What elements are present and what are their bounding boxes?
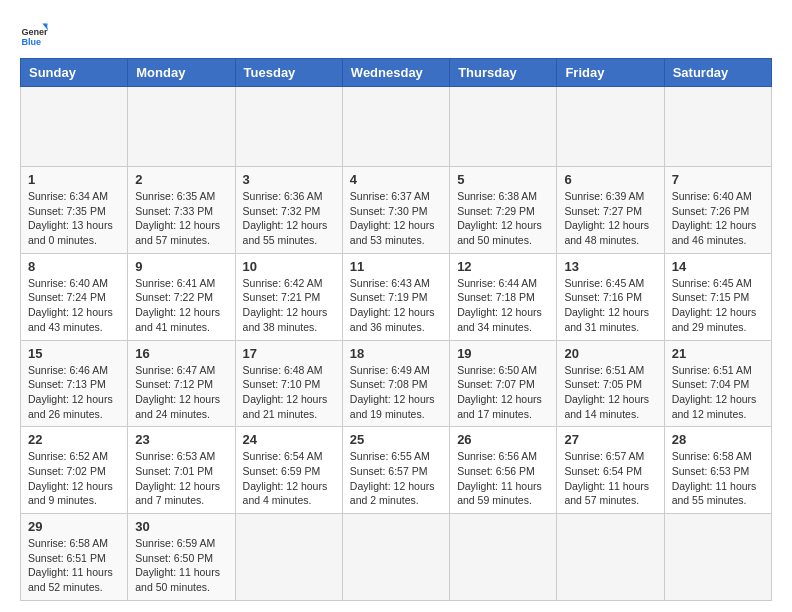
- page-header: General Blue: [20, 20, 772, 48]
- calendar-cell: 22Sunrise: 6:52 AMSunset: 7:02 PMDayligh…: [21, 427, 128, 514]
- day-info: Sunrise: 6:47 AMSunset: 7:12 PMDaylight:…: [135, 363, 227, 422]
- calendar-cell: 20Sunrise: 6:51 AMSunset: 7:05 PMDayligh…: [557, 340, 664, 427]
- day-info: Sunrise: 6:54 AMSunset: 6:59 PMDaylight:…: [243, 449, 335, 508]
- day-number: 28: [672, 432, 764, 447]
- day-info: Sunrise: 6:36 AMSunset: 7:32 PMDaylight:…: [243, 189, 335, 248]
- day-number: 24: [243, 432, 335, 447]
- day-number: 30: [135, 519, 227, 534]
- calendar-cell: 26Sunrise: 6:56 AMSunset: 6:56 PMDayligh…: [450, 427, 557, 514]
- calendar-cell: 10Sunrise: 6:42 AMSunset: 7:21 PMDayligh…: [235, 253, 342, 340]
- day-info: Sunrise: 6:45 AMSunset: 7:16 PMDaylight:…: [564, 276, 656, 335]
- day-info: Sunrise: 6:51 AMSunset: 7:04 PMDaylight:…: [672, 363, 764, 422]
- calendar-cell: 6Sunrise: 6:39 AMSunset: 7:27 PMDaylight…: [557, 167, 664, 254]
- day-number: 11: [350, 259, 442, 274]
- week-row-5: 29Sunrise: 6:58 AMSunset: 6:51 PMDayligh…: [21, 514, 772, 601]
- calendar-table: SundayMondayTuesdayWednesdayThursdayFrid…: [20, 58, 772, 601]
- calendar-cell: 3Sunrise: 6:36 AMSunset: 7:32 PMDaylight…: [235, 167, 342, 254]
- calendar-cell: 11Sunrise: 6:43 AMSunset: 7:19 PMDayligh…: [342, 253, 449, 340]
- calendar-cell: 4Sunrise: 6:37 AMSunset: 7:30 PMDaylight…: [342, 167, 449, 254]
- day-number: 6: [564, 172, 656, 187]
- calendar-cell: [664, 514, 771, 601]
- calendar-cell: [557, 514, 664, 601]
- logo: General Blue: [20, 20, 48, 48]
- calendar-cell: [342, 87, 449, 167]
- calendar-cell: 30Sunrise: 6:59 AMSunset: 6:50 PMDayligh…: [128, 514, 235, 601]
- day-number: 9: [135, 259, 227, 274]
- weekday-header-tuesday: Tuesday: [235, 59, 342, 87]
- day-number: 17: [243, 346, 335, 361]
- weekday-header-thursday: Thursday: [450, 59, 557, 87]
- calendar-cell: 12Sunrise: 6:44 AMSunset: 7:18 PMDayligh…: [450, 253, 557, 340]
- calendar-cell: 7Sunrise: 6:40 AMSunset: 7:26 PMDaylight…: [664, 167, 771, 254]
- day-number: 22: [28, 432, 120, 447]
- weekday-header-monday: Monday: [128, 59, 235, 87]
- calendar-cell: [664, 87, 771, 167]
- calendar-cell: [235, 514, 342, 601]
- calendar-cell: 5Sunrise: 6:38 AMSunset: 7:29 PMDaylight…: [450, 167, 557, 254]
- day-info: Sunrise: 6:55 AMSunset: 6:57 PMDaylight:…: [350, 449, 442, 508]
- day-number: 4: [350, 172, 442, 187]
- day-number: 15: [28, 346, 120, 361]
- day-number: 5: [457, 172, 549, 187]
- day-number: 7: [672, 172, 764, 187]
- day-info: Sunrise: 6:56 AMSunset: 6:56 PMDaylight:…: [457, 449, 549, 508]
- calendar-cell: 24Sunrise: 6:54 AMSunset: 6:59 PMDayligh…: [235, 427, 342, 514]
- day-number: 13: [564, 259, 656, 274]
- day-number: 14: [672, 259, 764, 274]
- day-info: Sunrise: 6:39 AMSunset: 7:27 PMDaylight:…: [564, 189, 656, 248]
- calendar-cell: [235, 87, 342, 167]
- day-number: 1: [28, 172, 120, 187]
- day-info: Sunrise: 6:49 AMSunset: 7:08 PMDaylight:…: [350, 363, 442, 422]
- week-row-3: 15Sunrise: 6:46 AMSunset: 7:13 PMDayligh…: [21, 340, 772, 427]
- day-info: Sunrise: 6:58 AMSunset: 6:53 PMDaylight:…: [672, 449, 764, 508]
- calendar-cell: 1Sunrise: 6:34 AMSunset: 7:35 PMDaylight…: [21, 167, 128, 254]
- weekday-header-row: SundayMondayTuesdayWednesdayThursdayFrid…: [21, 59, 772, 87]
- day-number: 2: [135, 172, 227, 187]
- day-info: Sunrise: 6:51 AMSunset: 7:05 PMDaylight:…: [564, 363, 656, 422]
- day-info: Sunrise: 6:45 AMSunset: 7:15 PMDaylight:…: [672, 276, 764, 335]
- week-row-1: 1Sunrise: 6:34 AMSunset: 7:35 PMDaylight…: [21, 167, 772, 254]
- calendar-cell: [128, 87, 235, 167]
- day-number: 18: [350, 346, 442, 361]
- calendar-cell: 14Sunrise: 6:45 AMSunset: 7:15 PMDayligh…: [664, 253, 771, 340]
- calendar-cell: [557, 87, 664, 167]
- calendar-cell: 21Sunrise: 6:51 AMSunset: 7:04 PMDayligh…: [664, 340, 771, 427]
- calendar-cell: 2Sunrise: 6:35 AMSunset: 7:33 PMDaylight…: [128, 167, 235, 254]
- weekday-header-friday: Friday: [557, 59, 664, 87]
- week-row-2: 8Sunrise: 6:40 AMSunset: 7:24 PMDaylight…: [21, 253, 772, 340]
- day-info: Sunrise: 6:34 AMSunset: 7:35 PMDaylight:…: [28, 189, 120, 248]
- day-info: Sunrise: 6:52 AMSunset: 7:02 PMDaylight:…: [28, 449, 120, 508]
- day-number: 26: [457, 432, 549, 447]
- day-number: 19: [457, 346, 549, 361]
- calendar-cell: 29Sunrise: 6:58 AMSunset: 6:51 PMDayligh…: [21, 514, 128, 601]
- calendar-cell: 27Sunrise: 6:57 AMSunset: 6:54 PMDayligh…: [557, 427, 664, 514]
- day-info: Sunrise: 6:37 AMSunset: 7:30 PMDaylight:…: [350, 189, 442, 248]
- calendar-cell: 16Sunrise: 6:47 AMSunset: 7:12 PMDayligh…: [128, 340, 235, 427]
- day-number: 12: [457, 259, 549, 274]
- day-info: Sunrise: 6:41 AMSunset: 7:22 PMDaylight:…: [135, 276, 227, 335]
- day-info: Sunrise: 6:38 AMSunset: 7:29 PMDaylight:…: [457, 189, 549, 248]
- day-number: 8: [28, 259, 120, 274]
- weekday-header-saturday: Saturday: [664, 59, 771, 87]
- calendar-cell: 23Sunrise: 6:53 AMSunset: 7:01 PMDayligh…: [128, 427, 235, 514]
- day-number: 16: [135, 346, 227, 361]
- day-info: Sunrise: 6:42 AMSunset: 7:21 PMDaylight:…: [243, 276, 335, 335]
- logo-icon: General Blue: [20, 20, 48, 48]
- calendar-cell: 25Sunrise: 6:55 AMSunset: 6:57 PMDayligh…: [342, 427, 449, 514]
- calendar-cell: 15Sunrise: 6:46 AMSunset: 7:13 PMDayligh…: [21, 340, 128, 427]
- day-number: 20: [564, 346, 656, 361]
- weekday-header-wednesday: Wednesday: [342, 59, 449, 87]
- calendar-cell: 19Sunrise: 6:50 AMSunset: 7:07 PMDayligh…: [450, 340, 557, 427]
- day-number: 3: [243, 172, 335, 187]
- calendar-cell: 8Sunrise: 6:40 AMSunset: 7:24 PMDaylight…: [21, 253, 128, 340]
- calendar-cell: 18Sunrise: 6:49 AMSunset: 7:08 PMDayligh…: [342, 340, 449, 427]
- week-row-4: 22Sunrise: 6:52 AMSunset: 7:02 PMDayligh…: [21, 427, 772, 514]
- day-number: 25: [350, 432, 442, 447]
- day-info: Sunrise: 6:40 AMSunset: 7:26 PMDaylight:…: [672, 189, 764, 248]
- weekday-header-sunday: Sunday: [21, 59, 128, 87]
- day-number: 27: [564, 432, 656, 447]
- day-info: Sunrise: 6:46 AMSunset: 7:13 PMDaylight:…: [28, 363, 120, 422]
- day-number: 10: [243, 259, 335, 274]
- day-number: 29: [28, 519, 120, 534]
- day-info: Sunrise: 6:57 AMSunset: 6:54 PMDaylight:…: [564, 449, 656, 508]
